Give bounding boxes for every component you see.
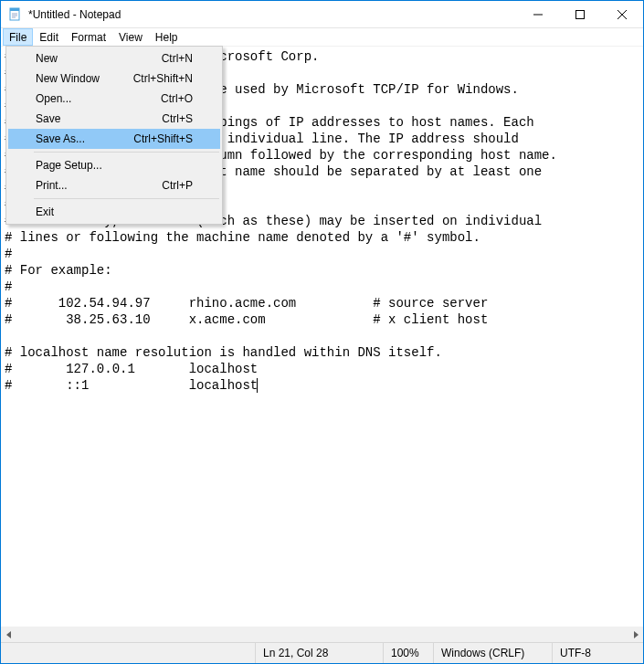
file-menu-save[interactable]: Save Ctrl+S — [8, 109, 220, 129]
menu-separator — [34, 198, 219, 199]
file-menu-exit[interactable]: Exit — [8, 202, 220, 222]
close-button[interactable] — [601, 1, 643, 27]
minimize-button[interactable] — [517, 1, 559, 27]
file-menu-open[interactable]: Open... Ctrl+O — [8, 89, 220, 109]
menu-format[interactable]: Format — [65, 28, 112, 46]
horizontal-scrollbar[interactable] — [1, 627, 643, 642]
menu-item-label: Print... — [36, 179, 162, 192]
statusbar: Ln 21, Col 28 100% Windows (CRLF) UTF-8 — [1, 642, 643, 663]
menu-item-shortcut: Ctrl+S — [162, 112, 193, 125]
menu-item-label: Save As... — [36, 132, 133, 145]
maximize-button[interactable] — [559, 1, 601, 27]
notepad-icon — [8, 7, 23, 22]
titlebar: *Untitled - Notepad — [1, 1, 643, 28]
file-menu-dropdown: New Ctrl+N New Window Ctrl+Shift+N Open.… — [5, 46, 223, 225]
svg-rect-1 — [10, 8, 19, 11]
file-menu-new-window[interactable]: New Window Ctrl+Shift+N — [8, 69, 220, 89]
menu-item-label: Save — [36, 112, 162, 125]
svg-marker-10 — [634, 631, 639, 638]
scroll-left-icon[interactable] — [1, 627, 16, 642]
svg-marker-9 — [6, 631, 11, 638]
file-menu-page-setup[interactable]: Page Setup... — [8, 155, 220, 175]
menu-view[interactable]: View — [112, 28, 149, 46]
menu-item-label: Open... — [36, 92, 161, 105]
menu-item-label: New — [36, 52, 162, 65]
menu-item-shortcut: Ctrl+O — [161, 92, 193, 105]
menu-item-shortcut: Ctrl+Shift+N — [133, 72, 193, 85]
status-zoom: 100% — [383, 643, 433, 663]
file-menu-save-as[interactable]: Save As... Ctrl+Shift+S — [8, 129, 220, 149]
menu-item-shortcut: Ctrl+N — [162, 52, 193, 65]
menu-item-label: New Window — [36, 72, 133, 85]
status-position: Ln 21, Col 28 — [255, 643, 383, 663]
file-menu-new[interactable]: New Ctrl+N — [8, 48, 220, 69]
menu-item-shortcut: Ctrl+Shift+S — [133, 132, 193, 145]
file-menu-print[interactable]: Print... Ctrl+P — [8, 175, 220, 195]
window-title: *Untitled - Notepad — [28, 8, 517, 21]
svg-rect-6 — [576, 10, 585, 18]
menu-item-shortcut: Ctrl+P — [162, 179, 193, 192]
menu-edit[interactable]: Edit — [33, 28, 65, 46]
menu-file[interactable]: File — [3, 28, 33, 46]
status-spacer — [1, 643, 255, 663]
menu-help[interactable]: Help — [149, 28, 185, 46]
menu-item-label: Exit — [36, 206, 193, 218]
scroll-right-icon[interactable] — [628, 627, 643, 642]
scroll-track[interactable] — [16, 627, 628, 642]
status-encoding: UTF-8 — [552, 643, 643, 663]
menubar: File Edit Format View Help — [1, 28, 643, 47]
window-controls — [517, 1, 643, 27]
menu-separator — [34, 152, 219, 153]
menu-item-label: Page Setup... — [36, 159, 193, 172]
status-line-ending: Windows (CRLF) — [433, 643, 552, 663]
